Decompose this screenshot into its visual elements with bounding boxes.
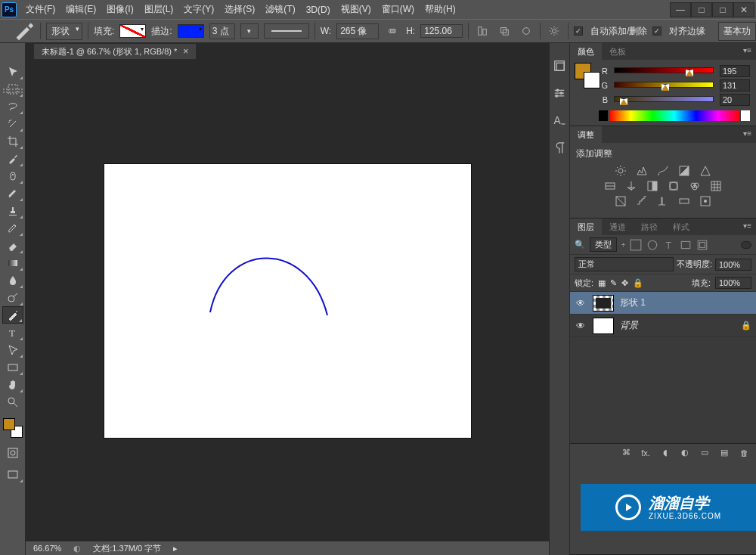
brush-tool[interactable] bbox=[2, 184, 23, 202]
move-tool[interactable] bbox=[2, 63, 23, 80]
filter-toggle[interactable] bbox=[741, 241, 751, 249]
menu-filter[interactable]: 滤镜(T) bbox=[265, 3, 295, 16]
eraser-tool[interactable] bbox=[2, 237, 23, 254]
gradient-tool[interactable] bbox=[2, 254, 23, 271]
photofilter-icon[interactable] bbox=[667, 180, 680, 192]
lock-trans-icon[interactable]: ▦ bbox=[598, 278, 606, 288]
maximize-button[interactable]: □ bbox=[712, 2, 733, 17]
colorbalance-icon[interactable] bbox=[624, 180, 638, 192]
path-select-tool[interactable] bbox=[2, 341, 23, 358]
menu-3d[interactable]: 3D(D) bbox=[306, 5, 330, 15]
healing-tool[interactable] bbox=[2, 167, 23, 184]
visibility-icon[interactable]: 👁 bbox=[575, 298, 587, 309]
color-panel-menu-icon[interactable]: ▾≡ bbox=[739, 43, 756, 60]
stamp-tool[interactable] bbox=[2, 202, 23, 219]
fullscreen-button[interactable]: □ bbox=[691, 2, 712, 17]
layer-thumb[interactable] bbox=[593, 318, 614, 334]
r-input[interactable]: 195 bbox=[720, 65, 750, 77]
stroke-width-dropdown[interactable] bbox=[240, 23, 259, 39]
menu-window[interactable]: 窗口(W) bbox=[382, 3, 414, 16]
curves-icon[interactable] bbox=[656, 165, 670, 177]
layer-fx-icon[interactable]: fx. bbox=[640, 448, 652, 457]
channelmixer-icon[interactable] bbox=[688, 180, 702, 192]
filter-type-icon[interactable]: T bbox=[663, 239, 675, 251]
spectrum-bar[interactable] bbox=[609, 110, 739, 121]
crop-tool[interactable] bbox=[2, 132, 23, 150]
r-slider[interactable] bbox=[614, 67, 714, 75]
adjust-panel-menu-icon[interactable]: ▾≡ bbox=[739, 126, 756, 143]
layer-row-shape1[interactable]: 👁 形状 1 bbox=[570, 292, 756, 315]
posterize-icon[interactable] bbox=[635, 195, 649, 207]
selective-icon[interactable] bbox=[699, 195, 712, 207]
tab-swatches[interactable]: 色板 bbox=[602, 43, 634, 60]
document-close-icon[interactable]: × bbox=[183, 46, 188, 57]
workspace-button[interactable]: 基本功 bbox=[718, 22, 756, 41]
link-layers-icon[interactable]: ⌘ bbox=[620, 448, 632, 457]
vibrance-icon[interactable] bbox=[699, 165, 712, 177]
auto-checkbox[interactable]: ✓ bbox=[574, 26, 583, 36]
menu-view[interactable]: 视图(V) bbox=[341, 3, 371, 16]
bw-icon[interactable] bbox=[646, 180, 659, 192]
screenmode-button[interactable] bbox=[2, 466, 23, 483]
canvas[interactable] bbox=[104, 164, 471, 438]
status-icon[interactable]: ◐ bbox=[73, 544, 81, 553]
filter-kind-dropdown[interactable]: 类型 bbox=[590, 237, 617, 252]
menu-type[interactable]: 文字(Y) bbox=[184, 3, 214, 16]
brightness-icon[interactable] bbox=[614, 165, 627, 177]
colorlookup-icon[interactable] bbox=[709, 180, 723, 192]
zoom-readout[interactable]: 66.67% bbox=[33, 544, 61, 553]
zoom-tool[interactable] bbox=[2, 393, 23, 411]
gradientmap-icon[interactable] bbox=[677, 195, 691, 207]
path-align-icon[interactable] bbox=[474, 23, 491, 39]
opacity-input[interactable]: 100% bbox=[715, 259, 751, 271]
layer-name[interactable]: 背景 bbox=[620, 319, 638, 332]
gear-icon[interactable] bbox=[546, 23, 562, 39]
panel-bg-swatch[interactable] bbox=[584, 72, 600, 88]
height-input[interactable]: 125.06 bbox=[420, 24, 463, 38]
link-wh-icon[interactable] bbox=[384, 23, 401, 39]
lock-paint-icon[interactable]: ✎ bbox=[610, 278, 617, 288]
quickmask-button[interactable] bbox=[2, 444, 23, 461]
width-input[interactable]: 265 像 bbox=[336, 23, 379, 39]
filter-adjust-icon[interactable] bbox=[646, 239, 658, 251]
g-slider[interactable] bbox=[614, 82, 714, 89]
path-arrange-icon[interactable] bbox=[496, 23, 513, 39]
filter-smart-icon[interactable] bbox=[696, 239, 708, 251]
stroke-width-input[interactable]: 3 点 bbox=[209, 23, 235, 39]
layer-name[interactable]: 形状 1 bbox=[620, 296, 646, 309]
levels-icon[interactable] bbox=[635, 165, 649, 177]
marquee-tool[interactable] bbox=[2, 80, 23, 98]
menu-file[interactable]: 文件(F) bbox=[26, 3, 55, 16]
close-button[interactable]: ✕ bbox=[733, 2, 754, 17]
properties-panel-icon[interactable] bbox=[552, 85, 567, 101]
type-tool[interactable]: T bbox=[2, 324, 23, 341]
lock-all-icon[interactable]: 🔒 bbox=[633, 278, 643, 288]
color-swatches[interactable] bbox=[3, 418, 23, 438]
tab-channels[interactable]: 通道 bbox=[602, 219, 634, 235]
canvas-viewport[interactable] bbox=[26, 60, 549, 541]
fill-opacity-input[interactable]: 100% bbox=[715, 277, 751, 289]
tab-styles[interactable]: 样式 bbox=[665, 219, 697, 235]
layer-thumb[interactable] bbox=[593, 295, 614, 312]
invert-icon[interactable] bbox=[614, 195, 627, 207]
path-options-icon[interactable] bbox=[518, 23, 534, 39]
menu-image[interactable]: 图像(I) bbox=[107, 3, 133, 16]
history-brush-tool[interactable] bbox=[2, 219, 23, 237]
b-slider[interactable] bbox=[614, 96, 714, 104]
stroke-type-dropdown[interactable] bbox=[264, 23, 309, 39]
tab-color[interactable]: 颜色 bbox=[570, 43, 602, 60]
tab-paths[interactable]: 路径 bbox=[634, 219, 665, 235]
b-input[interactable]: 20 bbox=[720, 94, 750, 106]
menu-edit[interactable]: 编辑(E) bbox=[66, 3, 96, 16]
minimize-button[interactable]: — bbox=[670, 2, 691, 17]
menu-layer[interactable]: 图层(L) bbox=[144, 3, 174, 16]
threshold-icon[interactable] bbox=[656, 195, 670, 207]
lock-pos-icon[interactable]: ✥ bbox=[621, 278, 628, 288]
layer-row-background[interactable]: 👁 背景 🔒 bbox=[570, 315, 756, 337]
tab-adjustments[interactable]: 调整 bbox=[570, 126, 602, 143]
menu-select[interactable]: 选择(S) bbox=[225, 3, 255, 16]
document-tab[interactable]: 未标题-1 @ 66.7% (形状 1, RGB/8) * × bbox=[33, 43, 197, 60]
hand-tool[interactable] bbox=[2, 376, 23, 393]
history-panel-icon[interactable] bbox=[552, 58, 567, 73]
blur-tool[interactable] bbox=[2, 271, 23, 289]
